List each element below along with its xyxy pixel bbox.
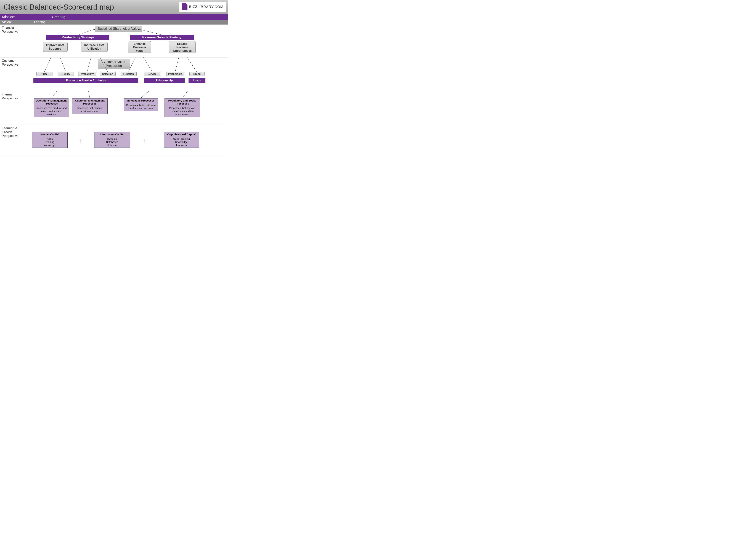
svg-line-7	[141, 57, 152, 72]
band-revenue-strategy: Revenue Growth Strategy	[130, 35, 194, 40]
mission-label: Mission:	[2, 15, 52, 19]
label-internal: Internal Perspective	[0, 91, 23, 125]
svg-line-9	[185, 57, 197, 72]
band-relationship: Relationship	[144, 78, 185, 83]
box-increase-asset: Increase Asset Utilisation	[81, 42, 108, 52]
pill-function: Function	[121, 72, 136, 76]
content-customer: Customer Value Proposition Price Quality…	[23, 57, 228, 91]
pill-brand: Brand	[189, 72, 205, 76]
box-enhance-customer: Enhance Customer Value	[128, 41, 151, 53]
row-internal: Internal Perspective Operations Manageme…	[0, 91, 228, 125]
document-icon	[182, 3, 187, 10]
box-ops-mgmt: Operations Management Processes Processe…	[34, 98, 69, 117]
svg-line-3	[58, 57, 66, 72]
mission-bar: Mission: Creating….	[0, 14, 228, 20]
content-financial: Sustained Shareholder Value Productivity…	[23, 25, 228, 57]
row-customer: Customer Perspective Customer Value Prop…	[0, 57, 228, 91]
box-org-capital: Organisational Capital Skills / Training…	[164, 132, 199, 148]
svg-line-2	[45, 57, 53, 72]
row-financial: Financial Perspective Sustained Sharehol…	[0, 25, 228, 57]
label-learning: Learning & Growth Perspective	[0, 125, 23, 156]
pill-price: Price	[36, 72, 52, 76]
page-title: Classic Balanced-Scorecard map	[4, 3, 114, 11]
band-image: Image	[188, 78, 205, 83]
content-internal: Operations Management Processes Processe…	[23, 91, 228, 125]
band-productivity-strategy: Productivity Strategy	[46, 35, 109, 40]
svg-line-4	[87, 57, 93, 72]
content-learning: Human Capital Skills Training Knowledge …	[23, 125, 228, 156]
title-bar: Classic Balanced-Scorecard map BIZZLIBRA…	[0, 0, 228, 14]
band-psa: Production Service Attributes	[33, 78, 138, 83]
svg-line-0	[78, 29, 95, 35]
svg-line-12	[140, 91, 164, 98]
vision-label: Vision:	[2, 20, 34, 24]
box-human-capital: Human Capital Skills Training Knowledge	[32, 132, 68, 148]
label-customer: Customer Perspective	[0, 57, 23, 91]
row-learning: Learning & Growth Perspective Human Capi…	[0, 125, 228, 156]
box-info-capital: Information Capital Systems Databases Ne…	[94, 132, 130, 148]
svg-line-8	[175, 57, 180, 72]
box-improve-cost: Improve Cost Structure	[43, 42, 68, 52]
box-innovative: Innovative Processes Processes that crea…	[124, 98, 158, 111]
box-cust-mgmt: Customer Management Processes Processes …	[72, 98, 108, 114]
vision-value: Leading …..	[34, 20, 51, 24]
plus-icon: +	[78, 136, 83, 146]
svg-line-13	[182, 91, 197, 98]
mission-value: Creating….	[52, 15, 70, 19]
logo: BIZZLIBRARY.COM	[179, 2, 226, 12]
plus-icon: +	[142, 136, 148, 146]
pill-quality: Quality	[58, 72, 74, 76]
svg-line-10	[52, 91, 66, 98]
box-expand-revenue: Expand Revenue Opportunities	[169, 41, 196, 53]
logo-text: BIZZLIBRARY.COM	[189, 5, 223, 9]
pill-selection: Selection	[100, 72, 115, 76]
svg-line-11	[86, 91, 90, 98]
pill-partnership: Partnership	[166, 72, 184, 76]
box-shareholder-value: Sustained Shareholder Value	[95, 26, 142, 32]
vision-bar: Vision: Leading …..	[0, 20, 228, 25]
box-regulatory: Regulatory and Social Processes Processe…	[164, 98, 200, 117]
box-cvp: Customer Value Proposition	[98, 59, 130, 69]
label-financial: Financial Perspective	[0, 25, 23, 57]
pill-service: Service	[144, 72, 160, 76]
svg-line-6	[129, 57, 137, 72]
pill-availability: Availability	[78, 72, 96, 76]
